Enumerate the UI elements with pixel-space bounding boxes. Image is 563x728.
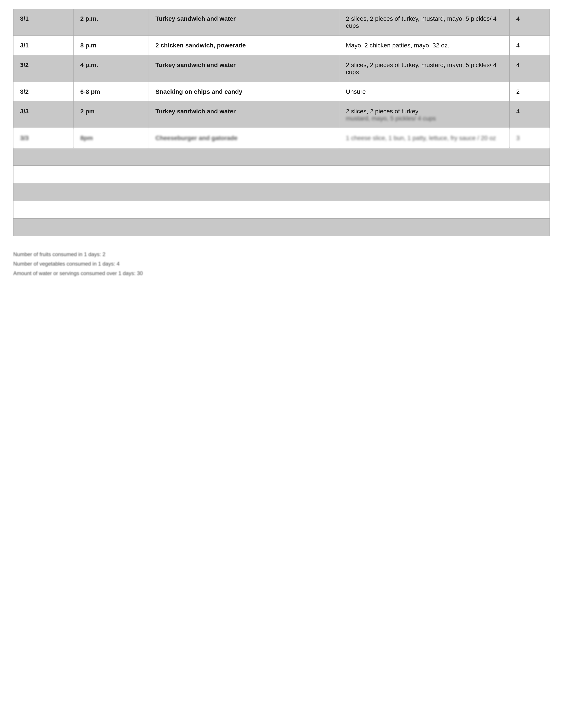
score-cell: 3 — [510, 128, 550, 148]
empty-cell — [13, 183, 550, 201]
summary-line1: Number of fruits consumed in 1 days: 2 — [13, 250, 550, 259]
date-cell: 3/3 — [13, 102, 73, 128]
time-cell: 2 pm — [73, 102, 149, 128]
details-visible: 2 slices, 2 pieces of turkey, — [346, 108, 420, 115]
empty-row — [13, 166, 550, 183]
score-cell: 4 — [510, 9, 550, 36]
details-cell: 2 slices, 2 pieces of turkey, mustard, m… — [339, 9, 510, 36]
food-cell: Turkey sandwich and water — [148, 102, 339, 128]
details-cell: 2 slices, 2 pieces of turkey, mustard, m… — [339, 55, 510, 82]
time-cell: 2 p.m. — [73, 9, 149, 36]
empty-cell — [13, 166, 550, 183]
table-row: 3/2 6-8 pm Snacking on chips and candy U… — [13, 82, 550, 102]
time-cell: 4 p.m. — [73, 55, 149, 82]
empty-row — [13, 148, 550, 166]
time-cell: 6-8 pm — [73, 82, 149, 102]
empty-row — [13, 201, 550, 219]
time-cell: 8 p.m — [73, 36, 149, 55]
food-cell: Cheeseburger and gatorade — [148, 128, 339, 148]
details-cell: 1 cheese slice, 1 bun, 1 patty, lettuce,… — [339, 128, 510, 148]
details-cell: Mayo, 2 chicken patties, mayo, 32 oz. — [339, 36, 510, 55]
details-cell: 2 slices, 2 pieces of turkey, mustard, m… — [339, 102, 510, 128]
empty-cell — [13, 148, 550, 166]
date-cell: 3/1 — [13, 36, 73, 55]
food-cell: 2 chicken sandwich, powerade — [148, 36, 339, 55]
table-row: 3/1 8 p.m 2 chicken sandwich, powerade M… — [13, 36, 550, 55]
table-row: 3/1 2 p.m. Turkey sandwich and water 2 s… — [13, 9, 550, 36]
date-cell: 3/3 — [13, 128, 73, 148]
details-cell: Unsure — [339, 82, 510, 102]
table-row: 3/3 2 pm Turkey sandwich and water 2 sli… — [13, 102, 550, 128]
food-cell: Snacking on chips and candy — [148, 82, 339, 102]
empty-cell — [13, 201, 550, 219]
score-cell: 4 — [510, 55, 550, 82]
food-cell: Turkey sandwich and water — [148, 9, 339, 36]
summary-section: Number of fruits consumed in 1 days: 2 N… — [13, 250, 550, 278]
date-cell: 3/2 — [13, 82, 73, 102]
table-row: 3/2 4 p.m. Turkey sandwich and water 2 s… — [13, 55, 550, 82]
table-row: 3/3 8pm Cheeseburger and gatorade 1 chee… — [13, 128, 550, 148]
date-cell: 3/1 — [13, 9, 73, 36]
empty-row — [13, 219, 550, 236]
food-log-table: 3/1 2 p.m. Turkey sandwich and water 2 s… — [13, 9, 550, 236]
score-cell: 4 — [510, 102, 550, 128]
food-cell: Turkey sandwich and water — [148, 55, 339, 82]
time-cell: 8pm — [73, 128, 149, 148]
score-cell: 4 — [510, 36, 550, 55]
date-cell: 3/2 — [13, 55, 73, 82]
summary-line3: Amount of water or servings consumed ove… — [13, 268, 550, 278]
summary-line2: Number of vegetables consumed in 1 days:… — [13, 259, 550, 268]
score-cell: 2 — [510, 82, 550, 102]
empty-cell — [13, 219, 550, 236]
details-blurred: mustard, mayo, 5 pickles/ 4 cups — [346, 115, 436, 122]
empty-row — [13, 183, 550, 201]
